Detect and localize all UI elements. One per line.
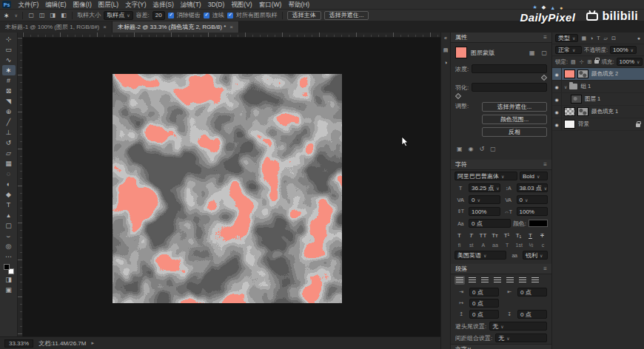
visibility-eye-icon[interactable]: ◉ xyxy=(552,68,562,80)
menu-3d[interactable]: 3D(D) xyxy=(204,0,228,9)
color-swatches[interactable] xyxy=(4,264,14,274)
ruler-origin-corner[interactable] xyxy=(18,33,23,38)
active-tool-icon[interactable]: ∗ xyxy=(4,12,10,19)
tool-shape[interactable]: ▢ xyxy=(2,220,16,231)
faux-bold-button[interactable]: T xyxy=(455,231,464,240)
underline-button[interactable]: T xyxy=(526,231,535,240)
swash-button[interactable]: A xyxy=(478,243,488,248)
blend-mode-select[interactable]: 正常∨ xyxy=(555,46,582,54)
new-selection-icon[interactable]: ▢ xyxy=(27,12,36,18)
layer-name[interactable]: 颜色填充 2 xyxy=(591,70,618,78)
feather-value-field[interactable] xyxy=(472,83,547,92)
invert-button[interactable]: 反相 xyxy=(482,127,547,137)
first-line-indent-input[interactable]: 0 点 xyxy=(469,299,499,308)
vertical-ruler[interactable] xyxy=(18,38,23,336)
select-and-mask-panel-button[interactable]: 选择并遮住... xyxy=(482,102,547,112)
tool-lasso[interactable]: ∿ xyxy=(2,55,16,65)
panel-menu-icon[interactable]: ≡ xyxy=(543,265,547,272)
mask-option-icon-2[interactable]: ◉ xyxy=(469,146,474,152)
tool-hand[interactable]: ⌣ xyxy=(2,231,16,241)
document-tab-1[interactable]: 未标题-1 @ 100% (图层 1, RGB/8#)× xyxy=(0,21,113,33)
case-sensitive-forms-button[interactable]: c xyxy=(538,243,548,248)
type-layer-filter-icon[interactable]: T xyxy=(596,35,600,41)
font-style-select[interactable]: Bold∨ xyxy=(520,172,548,180)
tool-type[interactable]: T xyxy=(2,200,16,210)
intersect-selection-icon[interactable]: ◧ xyxy=(60,12,68,18)
contextual-alternates-button[interactable]: st xyxy=(466,243,476,248)
layer-thumbnail[interactable] xyxy=(571,95,582,104)
panel-menu-icon[interactable]: ≡ xyxy=(543,161,547,168)
mask-option-icon-4[interactable]: ▢ xyxy=(490,146,496,152)
align-left-button[interactable] xyxy=(455,276,465,285)
layer-name[interactable]: 颜色填充 1 xyxy=(591,108,618,115)
select-and-mask-button[interactable]: 选择并遮住... xyxy=(324,11,369,20)
layer-row-color-fill-1[interactable]: ◉ 颜色填充 1 xyxy=(552,106,644,118)
space-before-input[interactable]: 0 点 xyxy=(469,310,499,319)
left-indent-input[interactable]: 0 点 xyxy=(469,288,499,297)
group-expand-caret-icon[interactable]: ∨ xyxy=(564,84,567,89)
close-icon[interactable]: × xyxy=(229,24,233,30)
select-subject-button[interactable]: 选择主体 xyxy=(287,11,321,20)
superscript-button[interactable]: T¹ xyxy=(502,231,511,240)
close-icon[interactable]: × xyxy=(103,24,107,30)
color-range-button[interactable]: 颜色范围... xyxy=(482,115,547,124)
anti-alias-checkbox[interactable] xyxy=(168,13,174,18)
menu-type[interactable]: 文字(Y) xyxy=(122,0,150,9)
horizontal-ruler[interactable] xyxy=(23,33,440,38)
tool-gradient[interactable]: ▦ xyxy=(2,158,16,169)
lock-artboard-icon[interactable]: ⊞ xyxy=(587,59,593,65)
text-color-swatch[interactable] xyxy=(529,220,548,227)
shape-layer-filter-icon[interactable]: ▱ xyxy=(603,35,608,41)
tracking-select[interactable]: 0∨ xyxy=(517,195,549,204)
layer-row-layer-1[interactable]: ◉ 图层 1 xyxy=(552,93,644,106)
tool-pen[interactable]: ◆ xyxy=(2,189,16,200)
align-right-button[interactable] xyxy=(480,276,490,285)
lock-all-icon[interactable] xyxy=(594,60,599,64)
visibility-eye-icon[interactable]: ◉ xyxy=(552,93,562,105)
stylistic-alternates-button[interactable]: aa xyxy=(490,243,500,248)
justify-last-left-button[interactable] xyxy=(492,276,503,285)
layer-name[interactable]: 图层 1 xyxy=(585,95,600,103)
menu-select[interactable]: 选择(S) xyxy=(150,0,177,9)
layer-name[interactable]: 组 1 xyxy=(580,83,591,90)
mask-option-icon-3[interactable]: ↺ xyxy=(480,146,485,152)
layer-filter-select[interactable]: 类型∨ xyxy=(555,34,578,42)
kinsoku-select[interactable]: 无∨ xyxy=(489,322,547,331)
small-caps-button[interactable]: Tᴛ xyxy=(490,231,500,240)
tool-blur[interactable]: ◌ xyxy=(2,169,16,179)
tool-edit-toolbar[interactable]: ⋯ xyxy=(2,251,16,262)
menu-help[interactable]: 帮助(H) xyxy=(285,0,313,9)
leading-select[interactable]: 38.03 点∨ xyxy=(517,183,549,192)
strikethrough-button[interactable]: T xyxy=(537,231,547,240)
smart-object-filter-icon[interactable]: ⊡ xyxy=(611,35,617,41)
tool-dodge[interactable]: ◐ xyxy=(2,179,16,189)
font-size-select[interactable]: 36.25 点∨ xyxy=(469,183,500,192)
quick-mask-button[interactable]: ◨ xyxy=(2,274,16,285)
menu-window[interactable]: 窗口(W) xyxy=(255,0,285,9)
space-after-input[interactable]: 0 点 xyxy=(517,310,547,319)
tool-crop[interactable]: # xyxy=(2,75,16,86)
tool-path-select[interactable]: ▴ xyxy=(2,210,16,220)
menu-image[interactable]: 图像(I) xyxy=(70,0,95,9)
paragraph-panel-header[interactable]: 段落 ≡ xyxy=(451,264,551,274)
fill-select[interactable]: 100%∨ xyxy=(617,58,643,66)
layer-row-group-1[interactable]: ◉ ∨ 组 1 xyxy=(552,81,644,93)
layer-thumbnail[interactable] xyxy=(564,107,575,116)
status-popup-arrow-icon[interactable]: ▸ xyxy=(91,340,94,346)
language-select[interactable]: 美国英语∨ xyxy=(455,251,506,260)
vertical-scale-input[interactable]: 100% xyxy=(469,207,500,216)
zoom-level-input[interactable]: 33.33% xyxy=(4,339,33,348)
justify-last-right-button[interactable] xyxy=(517,276,528,285)
density-value-field[interactable] xyxy=(472,64,547,73)
justify-last-center-button[interactable] xyxy=(505,276,515,285)
add-selection-icon[interactable]: ◫ xyxy=(38,12,47,18)
layer-row-color-fill-2[interactable]: ◉ 颜色填充 2 xyxy=(552,68,644,81)
tool-brush[interactable]: ╱ xyxy=(2,117,16,127)
layer-mask-thumbnail[interactable] xyxy=(577,107,588,116)
layer-mask-thumbnail[interactable] xyxy=(577,70,588,78)
visibility-eye-icon[interactable]: ◉ xyxy=(552,81,562,92)
layer-thumbnail[interactable] xyxy=(564,70,575,78)
justify-all-button[interactable] xyxy=(530,276,540,285)
tool-zoom[interactable]: ◎ xyxy=(2,241,16,251)
fractions-button[interactable]: ½ xyxy=(526,243,536,248)
